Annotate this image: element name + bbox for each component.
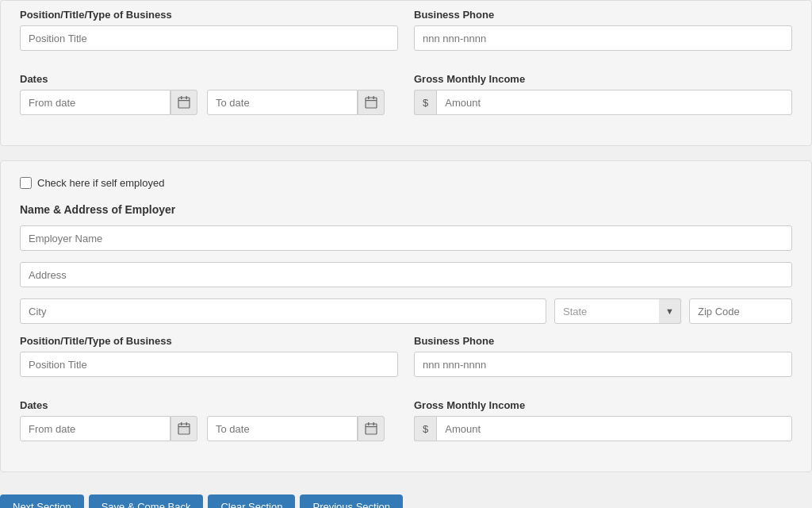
svg-rect-11 (186, 422, 188, 425)
bottom-dollar-sign: $ (414, 416, 436, 441)
next-section-button[interactable]: Next Section (0, 495, 84, 508)
bottom-gross-income-label: Gross Monthly Income (414, 399, 792, 411)
svg-rect-7 (373, 96, 375, 99)
top-business-phone-label: Business Phone (414, 9, 792, 21)
self-employed-checkbox[interactable] (20, 177, 32, 189)
svg-rect-9 (178, 426, 190, 427)
svg-rect-5 (366, 100, 377, 101)
top-from-date-calendar-button[interactable] (170, 90, 197, 115)
top-gross-income-label: Gross Monthly Income (414, 73, 792, 85)
bottom-business-phone-input[interactable] (414, 352, 792, 377)
top-position-title-label: Position/Title/Type of Business (20, 9, 398, 21)
svg-rect-6 (368, 96, 370, 99)
svg-rect-2 (181, 96, 182, 99)
bottom-business-phone-label: Business Phone (414, 335, 792, 347)
svg-rect-15 (373, 422, 375, 425)
svg-rect-8 (178, 424, 190, 434)
zip-code-input[interactable] (689, 298, 792, 324)
svg-rect-3 (186, 96, 188, 99)
clear-section-button[interactable]: Clear Section (208, 495, 295, 508)
svg-rect-1 (178, 100, 190, 101)
bottom-from-date-input[interactable] (20, 416, 170, 441)
svg-rect-4 (366, 98, 377, 108)
bottom-position-title-label: Position/Title/Type of Business (20, 335, 398, 347)
employer-name-input[interactable] (20, 225, 792, 251)
top-position-title-input[interactable] (20, 25, 398, 51)
top-dates-label: Dates (20, 73, 398, 85)
save-come-back-button[interactable]: Save & Come Back (89, 495, 204, 508)
svg-rect-10 (181, 422, 182, 425)
state-select[interactable]: State AL AK AZ CA CO (554, 298, 681, 324)
top-from-date-input[interactable] (20, 90, 170, 115)
bottom-dates-label: Dates (20, 399, 398, 411)
previous-section-button[interactable]: Previous Section (300, 495, 403, 508)
bottom-buttons-bar: Next Section Save & Come Back Clear Sect… (0, 487, 812, 508)
city-input[interactable] (20, 298, 546, 324)
top-dollar-sign: $ (414, 90, 436, 115)
svg-rect-13 (366, 426, 377, 427)
address-input[interactable] (20, 262, 792, 287)
bottom-amount-input[interactable] (436, 416, 792, 441)
top-amount-input[interactable] (436, 90, 792, 115)
self-employed-label: Check here if self employed (37, 177, 164, 189)
state-select-wrapper: State AL AK AZ CA CO ▼ (554, 298, 681, 324)
svg-rect-12 (366, 424, 377, 434)
employer-section-title: Name & Address of Employer (20, 203, 792, 216)
top-to-date-input[interactable] (207, 90, 358, 115)
svg-rect-0 (178, 98, 190, 108)
top-to-date-calendar-button[interactable] (358, 90, 385, 115)
bottom-position-title-input[interactable] (20, 352, 398, 377)
bottom-to-date-input[interactable] (207, 416, 358, 441)
bottom-from-date-calendar-button[interactable] (170, 416, 197, 441)
top-business-phone-input[interactable] (414, 25, 792, 51)
bottom-to-date-calendar-button[interactable] (358, 416, 385, 441)
svg-rect-14 (368, 422, 370, 425)
